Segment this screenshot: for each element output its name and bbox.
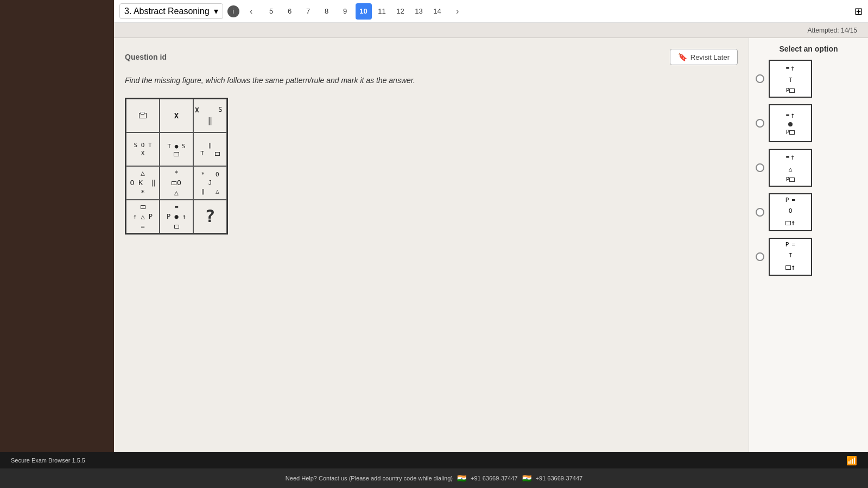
dropdown-arrow-icon: ▾	[214, 6, 218, 16]
attempted-label: Attempted: 14/15	[808, 27, 857, 34]
option-d-box: P= O ↑	[769, 193, 812, 231]
help-text: Need Help? Contact us (Please add countr…	[286, 475, 453, 481]
main-container: 3. Abstract Reasoning ▾ i ‹ 5 6 7 8 9 10…	[114, 0, 868, 488]
flag-india-1: 🇮🇳	[457, 474, 466, 483]
question-text: Find the missing figure, which follows t…	[125, 76, 738, 85]
q-num-14[interactable]: 14	[429, 3, 446, 20]
option-a-box: =↑ T P	[769, 60, 812, 98]
option-b-radio[interactable]	[756, 119, 764, 128]
cell-4-2: =P ● ↑	[160, 200, 193, 233]
cell-4-3-question: ?	[193, 200, 227, 233]
option-e-box: P= T ↑	[769, 238, 812, 276]
cell-4-1: ↑ △ P=	[126, 200, 160, 233]
subject-dropdown[interactable]: 3. Abstract Reasoning ▾	[119, 3, 223, 19]
revisit-label: Revisit Later	[690, 53, 730, 61]
question-id: Question id	[125, 53, 167, 61]
matrix-row-3: △O K ‖* * O △ * OJ‖ △	[126, 166, 227, 200]
q-num-5[interactable]: 5	[263, 3, 280, 20]
option-d-radio[interactable]	[756, 208, 764, 217]
option-d[interactable]: P= O ↑	[756, 193, 861, 231]
option-e[interactable]: P= T ↑	[756, 238, 861, 276]
info-button[interactable]: i	[227, 5, 239, 17]
app-name-label: Secure Exam Browser 1.5.5	[11, 457, 85, 464]
option-c-radio[interactable]	[756, 163, 764, 172]
q-num-10[interactable]: 10	[356, 3, 372, 20]
cell-2-1: S O TX	[126, 132, 160, 166]
cell-3-3: * OJ‖ △	[193, 166, 227, 200]
prev-nav-arrow[interactable]: ‹	[244, 4, 259, 19]
grid-view-icon[interactable]: ⊞	[854, 5, 863, 17]
attempted-bar: Attempted: 14/15	[114, 23, 868, 38]
options-title: Select an option	[756, 45, 861, 53]
question-numbers: 5 6 7 8 9 10 11 12 13 14	[263, 3, 446, 20]
subject-label: 3. Abstract Reasoning	[124, 7, 210, 16]
phone-2: +91 63669-37447	[536, 475, 583, 481]
matrix-row-4: ↑ △ P= =P ● ↑ ?	[126, 200, 227, 233]
cell-3-1: △O K ‖*	[126, 166, 160, 200]
option-c-box: =↑ △ P	[769, 149, 812, 187]
cell-3-2: * O △	[160, 166, 193, 200]
matrix-row-2: S O TX T ● S ‖T	[126, 132, 227, 166]
question-panel: Question id 🔖 Revisit Later Find the mis…	[114, 38, 749, 488]
cell-1-3: X S ‖	[193, 99, 227, 132]
option-c[interactable]: =↑ △ P	[756, 149, 861, 187]
q-num-9[interactable]: 9	[337, 3, 353, 20]
option-b[interactable]: =↑ P	[756, 104, 861, 142]
wifi-icon: 📶	[846, 455, 857, 466]
footer: Need Help? Contact us (Please add countr…	[0, 468, 868, 488]
phone-1: +91 63669-37447	[471, 475, 518, 481]
q-num-13[interactable]: 13	[411, 3, 427, 20]
q-num-12[interactable]: 12	[392, 3, 409, 20]
next-nav-arrow[interactable]: ›	[450, 4, 465, 19]
matrix-row-1: X X S ‖	[126, 99, 227, 132]
revisit-button[interactable]: 🔖 Revisit Later	[670, 49, 738, 65]
cell-2-2: T ● S	[160, 132, 193, 166]
option-e-radio[interactable]	[756, 252, 764, 261]
option-a[interactable]: =↑ T P	[756, 60, 861, 98]
q-num-7[interactable]: 7	[300, 3, 316, 20]
content-area: Question id 🔖 Revisit Later Find the mis…	[114, 38, 868, 488]
top-nav: 3. Abstract Reasoning ▾ i ‹ 5 6 7 8 9 10…	[114, 0, 868, 23]
matrix-grid: X X S ‖	[125, 98, 228, 235]
option-a-radio[interactable]	[756, 74, 764, 83]
bookmark-icon: 🔖	[678, 53, 687, 61]
option-b-box: =↑ P	[769, 104, 812, 142]
status-bar: Secure Exam Browser 1.5.5 📶	[0, 452, 868, 468]
question-header: Question id 🔖 Revisit Later	[125, 49, 738, 65]
cell-1-2: X	[160, 99, 193, 132]
options-panel: Select an option =↑ T P	[749, 38, 868, 488]
left-sidebar	[0, 0, 114, 488]
q-num-8[interactable]: 8	[319, 3, 335, 20]
flag-india-2: 🇮🇳	[522, 474, 531, 483]
cell-1-1	[126, 99, 160, 132]
q-num-6[interactable]: 6	[282, 3, 298, 20]
cell-2-3: ‖T	[193, 132, 227, 166]
q-num-11[interactable]: 11	[374, 3, 390, 20]
